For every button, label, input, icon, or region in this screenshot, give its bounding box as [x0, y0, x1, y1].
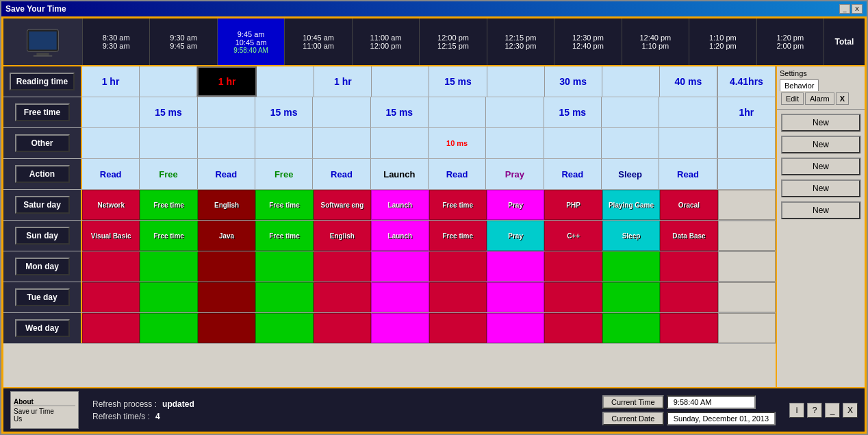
row-label-btn-other[interactable]: Other — [15, 134, 70, 152]
cell-tuesday-5[interactable] — [371, 282, 429, 312]
cell-free_time-6[interactable] — [429, 97, 486, 127]
cell-wednesday-6[interactable] — [429, 313, 487, 343]
row-label-btn-saturday[interactable]: Satur day — [15, 196, 70, 214]
cell-saturday-2[interactable]: English — [198, 190, 255, 220]
cell-sunday-8[interactable]: C++ — [544, 221, 602, 251]
close-button[interactable]: X — [852, 4, 863, 14]
cell-sunday-0[interactable]: Visual Basic — [82, 221, 140, 251]
cell-tuesday-11[interactable] — [718, 282, 776, 312]
row-label-btn-action[interactable]: Action — [15, 165, 70, 183]
cell-sunday-10[interactable]: Data Base — [660, 221, 717, 251]
bottom-minimize-button[interactable]: _ — [825, 403, 840, 418]
cell-reading_time-5[interactable] — [372, 66, 429, 97]
cell-tuesday-4[interactable] — [314, 282, 371, 312]
cell-saturday-5[interactable]: Launch — [371, 190, 429, 220]
cell-other-11[interactable] — [717, 128, 776, 158]
edit-button[interactable]: Edit — [781, 92, 804, 105]
settings-close-button[interactable]: X — [836, 92, 849, 105]
cell-monday-8[interactable] — [544, 251, 602, 282]
cell-monday-7[interactable] — [487, 251, 544, 282]
time-col-1[interactable]: 9:30 am 9:45 am — [149, 18, 216, 65]
new-button-2[interactable]: New — [781, 158, 860, 175]
tab-behavior[interactable]: Behavior — [780, 79, 819, 91]
current-time-button[interactable]: Current Time — [602, 395, 664, 409]
cell-other-4[interactable] — [313, 128, 370, 158]
info-icon[interactable]: i — [789, 403, 804, 418]
row-label-btn-free_time[interactable]: Free time — [15, 103, 70, 121]
cell-saturday-6[interactable]: Free time — [429, 190, 487, 220]
cell-action-2[interactable]: Read — [198, 159, 255, 189]
row-label-btn-reading_time[interactable]: Reading time — [10, 73, 75, 90]
cell-reading_time-11[interactable]: 4.41hrs — [717, 66, 776, 97]
cell-free_time-3[interactable]: 15 ms — [255, 97, 313, 127]
row-label-btn-tuesday[interactable]: Tue day — [15, 288, 70, 306]
help-icon[interactable]: ? — [807, 403, 822, 418]
time-col-5[interactable]: 12:00 pm 12:15 pm — [419, 18, 486, 65]
cell-monday-9[interactable] — [602, 251, 660, 282]
cell-tuesday-3[interactable] — [255, 282, 313, 312]
cell-tuesday-7[interactable] — [487, 282, 544, 312]
cell-free_time-2[interactable] — [198, 97, 255, 127]
cell-tuesday-6[interactable] — [429, 282, 487, 312]
cell-action-6[interactable]: Read — [429, 159, 486, 189]
cell-reading_time-1[interactable] — [140, 66, 197, 97]
cell-monday-11[interactable] — [718, 251, 776, 282]
cell-saturday-3[interactable]: Free time — [255, 190, 313, 220]
time-col-3[interactable]: 10:45 am 11:00 am — [284, 18, 351, 65]
cell-action-3[interactable]: Free — [255, 159, 313, 189]
new-button-0[interactable]: New — [781, 114, 860, 132]
cell-monday-2[interactable] — [198, 251, 255, 282]
cell-wednesday-10[interactable] — [660, 313, 717, 343]
new-button-1[interactable]: New — [781, 136, 860, 153]
cell-saturday-7[interactable]: Pray — [487, 190, 544, 220]
cell-action-8[interactable]: Read — [544, 159, 602, 189]
cell-reading_time-3[interactable] — [257, 66, 314, 97]
cell-free_time-5[interactable]: 15 ms — [371, 97, 429, 127]
cell-action-10[interactable]: Read — [659, 159, 717, 189]
cell-sunday-6[interactable]: Free time — [429, 221, 487, 251]
cell-saturday-0[interactable]: Network — [82, 190, 140, 220]
time-col-11[interactable]: Total — [824, 18, 865, 65]
cell-action-0[interactable]: Read — [82, 159, 140, 189]
cell-free_time-7[interactable] — [486, 97, 544, 127]
row-label-btn-monday[interactable]: Mon day — [15, 258, 70, 275]
cell-wednesday-2[interactable] — [198, 313, 255, 343]
cell-saturday-1[interactable]: Free time — [140, 190, 197, 220]
cell-other-5[interactable] — [371, 128, 429, 158]
cell-free_time-9[interactable] — [602, 97, 659, 127]
cell-tuesday-10[interactable] — [660, 282, 717, 312]
cell-other-8[interactable] — [544, 128, 602, 158]
cell-wednesday-4[interactable] — [314, 313, 371, 343]
cell-wednesday-11[interactable] — [718, 313, 776, 343]
time-col-6[interactable]: 12:15 pm 12:30 pm — [487, 18, 554, 65]
cell-monday-5[interactable] — [371, 251, 429, 282]
cell-wednesday-9[interactable] — [602, 313, 660, 343]
cell-action-4[interactable]: Read — [313, 159, 370, 189]
cell-wednesday-7[interactable] — [487, 313, 544, 343]
cell-wednesday-1[interactable] — [140, 313, 197, 343]
cell-wednesday-5[interactable] — [371, 313, 429, 343]
cell-reading_time-2[interactable]: 1 hr — [197, 66, 257, 97]
cell-reading_time-4[interactable]: 1 hr — [314, 66, 372, 97]
cell-reading_time-8[interactable]: 30 ms — [545, 66, 602, 97]
cell-reading_time-0[interactable]: 1 hr — [82, 66, 140, 97]
cell-monday-1[interactable] — [140, 251, 197, 282]
cell-monday-10[interactable] — [660, 251, 717, 282]
cell-free_time-10[interactable] — [659, 97, 717, 127]
time-col-2[interactable]: 9:45 am 10:45 am 9:58:40 AM — [217, 18, 284, 65]
time-col-0[interactable]: 8:30 am 9:30 am — [82, 18, 149, 65]
cell-sunday-4[interactable]: English — [314, 221, 371, 251]
row-label-btn-wednesday[interactable]: Wed day — [15, 319, 70, 337]
cell-action-5[interactable]: Launch — [371, 159, 429, 189]
cell-reading_time-7[interactable] — [487, 66, 545, 97]
cell-other-7[interactable] — [486, 128, 544, 158]
cell-sunday-7[interactable]: Pray — [487, 221, 544, 251]
cell-tuesday-9[interactable] — [602, 282, 660, 312]
cell-saturday-10[interactable]: Oracal — [660, 190, 717, 220]
cell-free_time-8[interactable]: 15 ms — [544, 97, 602, 127]
cell-sunday-9[interactable]: Sleep — [602, 221, 660, 251]
new-button-3[interactable]: New — [781, 179, 860, 197]
cell-saturday-9[interactable]: Playing Game — [602, 190, 660, 220]
time-col-4[interactable]: 11:00 am 12:00 pm — [352, 18, 419, 65]
cell-free_time-4[interactable] — [313, 97, 370, 127]
